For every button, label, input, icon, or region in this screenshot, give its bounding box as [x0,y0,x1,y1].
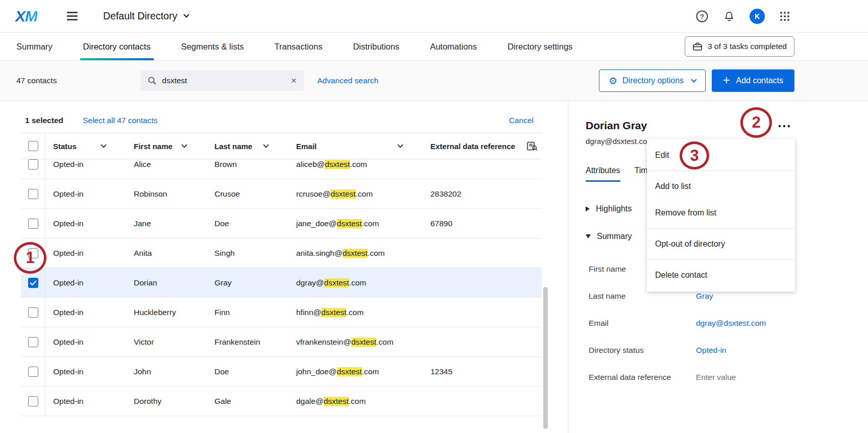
cell-last-name: Frankenstein [207,327,288,356]
attribute-value[interactable]: Gray [696,292,868,301]
column-header-status[interactable]: Status [45,133,126,159]
cell-email: hfinn@dsxtest.com [288,298,423,327]
tab-segments-lists[interactable]: Segments & lists [181,33,244,60]
annotation-number: 3 [690,147,698,165]
row-checkbox[interactable] [28,337,38,347]
row-checkbox-cell [21,209,45,238]
column-header-email[interactable]: Email [288,133,423,159]
table-row-john-doe[interactable]: Opted-inJohnDoejohn_doe@dsxtest.com12345 [21,357,542,387]
row-checkbox[interactable] [28,367,38,377]
table-row-robinson-crusoe[interactable]: Opted-inRobinsonCrusoercrusoe@dsxtest.co… [21,179,542,209]
table-scroll-viewport[interactable]: Opted-inAliceBrownaliceb@dsxtest.comOpte… [21,159,542,433]
triangle-expanded-icon [586,234,591,238]
notifications-bell-icon[interactable] [723,10,735,22]
add-contacts-button[interactable]: + Add contacts [712,69,794,92]
select-all-checkbox[interactable] [28,141,38,151]
section-label: Summary [597,232,632,241]
attribute-label: Last name [589,292,696,301]
row-checkbox[interactable] [28,219,38,229]
cell-external-data-reference [423,238,542,268]
plus-icon: + [723,75,730,86]
row-checkbox[interactable] [28,189,38,199]
annotation-circle-3: 3 [680,141,709,170]
tab-automations[interactable]: Automations [430,33,477,60]
table-row-alice-brown[interactable]: Opted-inAliceBrownaliceb@dsxtest.com [21,159,542,179]
cell-external-data-reference: 67890 [423,209,542,238]
contacts-table: Status First name Last name Email Extern… [21,133,542,433]
column-header-first-name[interactable]: First name [126,133,207,159]
context-menu: EditAdd to listRemove from listOpt-out o… [647,139,795,292]
cell-last-name: Crusoe [207,179,288,208]
table-row-huckleberry-finn[interactable]: Opted-inHuckleberryFinnhfinn@dsxtest.com [21,298,542,327]
row-checkbox[interactable] [28,396,38,406]
row-checkbox[interactable] [28,307,38,318]
contacts-main: 1 selected Select all 47 contacts Cancel… [0,101,568,433]
user-avatar[interactable]: K [750,9,765,24]
menu-item-remove-from-list[interactable]: Remove from list [647,200,795,226]
toolbar-actions: ⚙ Directory options + Add contacts [599,69,794,92]
attribute-value[interactable]: Opted-in [696,346,868,355]
table-row-dorian-gray[interactable]: Opted-inDorianGraydgray@dsxtest.com [21,268,542,298]
cell-first-name: Dorian [126,268,207,297]
tab-directory-settings[interactable]: Directory settings [508,33,572,60]
menu-item-edit[interactable]: Edit [647,142,795,169]
advanced-search-link[interactable]: Advanced search [317,76,378,85]
help-icon[interactable]: ? [695,10,709,23]
attribute-row-email: Emaildgray@dsxtest.com [589,309,868,336]
cell-email: vfrankenstein@dsxtest.com [288,327,423,356]
chevron-down-icon[interactable] [101,142,106,148]
cell-status: Opted-in [45,159,126,179]
tab-transactions[interactable]: Transactions [275,33,323,60]
clear-search-icon[interactable]: ✕ [291,77,297,85]
table-row-anita-singh[interactable]: Opted-inAnitaSinghanita.singh@dsxtest.co… [21,238,542,268]
chevron-down-icon[interactable] [263,142,269,148]
menu-item-add-to-list[interactable]: Add to list [647,173,795,200]
nav-tabs: SummaryDirectory contactsSegments & list… [16,33,572,60]
column-header-last-name[interactable]: Last name [207,133,288,159]
tab-directory-contacts[interactable]: Directory contacts [83,33,151,60]
menu-divider [647,259,795,260]
directory-options-button[interactable]: ⚙ Directory options [599,69,706,92]
tasks-completed-button[interactable]: 3 of 3 tasks completed [685,36,794,57]
cell-first-name: Dorothy [126,387,207,416]
cell-status: Opted-in [45,209,126,238]
column-preview-icon[interactable] [526,141,538,151]
contact-actions-ellipsis-icon[interactable] [778,121,790,130]
panel-tab-attributes[interactable]: Attributes [586,166,620,182]
cell-email: jane_doe@dsxtest.com [288,209,423,238]
cell-last-name: Doe [207,209,288,238]
directory-nav: SummaryDirectory contactsSegments & list… [0,33,868,61]
menu-item-delete-contact[interactable]: Delete contact [647,262,795,288]
search-highlight: dsxtest [321,308,346,317]
cell-first-name: Jane [126,209,207,238]
table-row-dorothy-gale[interactable]: Opted-inDorothyGaledgale@dsxtest.com [21,387,542,416]
cancel-selection-link[interactable]: Cancel [509,116,534,125]
row-checkbox[interactable] [28,278,38,288]
menu-item-opt-out-of-directory[interactable]: Opt-out of directory [647,231,795,257]
tab-distributions[interactable]: Distributions [353,33,399,60]
contacts-count: 47 contacts [16,76,57,85]
directory-selector[interactable]: Default Directory [103,10,188,22]
gear-icon: ⚙ [609,76,617,86]
hamburger-menu-icon[interactable] [67,12,78,20]
attribute-value[interactable]: Enter value [696,373,868,382]
attribute-label: Directory status [589,346,696,355]
select-all-link[interactable]: Select all 47 contacts [83,116,157,125]
tab-summary[interactable]: Summary [16,33,53,60]
column-label: Last name [214,142,252,151]
cell-email: anita.singh@dsxtest.com [288,238,423,268]
chevron-down-icon[interactable] [181,142,187,148]
table-row-jane-doe[interactable]: Opted-inJaneDoejane_doe@dsxtest.com67890 [21,209,542,238]
table-scrollbar-thumb[interactable] [543,287,548,429]
app-grid-icon[interactable] [779,11,790,22]
column-header-external-data-reference[interactable]: External data reference [423,133,542,159]
cell-external-data-reference [423,387,542,416]
search-input[interactable]: dsxtest ✕ [140,70,304,91]
cell-last-name: Singh [207,238,288,268]
row-checkbox-cell [21,387,45,416]
attribute-value[interactable]: dgray@dsxtest.com [696,319,868,328]
row-checkbox[interactable] [28,159,38,170]
annotation-circle-1: 1 [14,242,46,274]
table-row-victor-frankenstein[interactable]: Opted-inVictorFrankensteinvfrankenstein@… [21,327,542,357]
chevron-down-icon[interactable] [397,142,403,148]
